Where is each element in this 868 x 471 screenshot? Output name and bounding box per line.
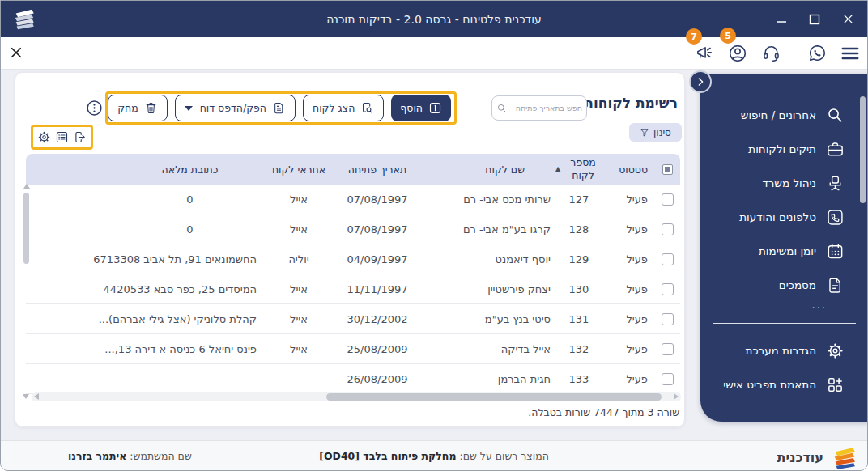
info-button[interactable]: [85, 99, 104, 117]
sidebar-footer-items: הגדרות מערכת התאמת תפריט אישי: [700, 333, 868, 401]
sidebar-item[interactable]: התאמת תפריט אישי: [700, 367, 868, 401]
show-client-button[interactable]: הצג לקוח: [303, 95, 384, 121]
filter-button[interactable]: סינון: [629, 123, 682, 142]
close-view-icon[interactable]: [9, 45, 25, 62]
product-registration-label: המוצר רשום על שם: מחלקת פיתוח בלבד [OD40…: [319, 450, 549, 462]
search-icon: [496, 103, 508, 114]
sidebar-item[interactable]: טלפונים והודעות: [700, 200, 868, 234]
col-number[interactable]: מספר לקוח▲: [555, 156, 602, 181]
announcements-icon[interactable]: [694, 43, 715, 64]
table-row[interactable]: פעיל 131 סיטי בנץ בע"מ 30/12/2002 אייל ק…: [26, 304, 680, 334]
close-window-button[interactable]: [842, 13, 854, 25]
horizontal-scrollbar-thumb[interactable]: [326, 393, 662, 401]
plus-box-icon: [428, 101, 442, 115]
row-checkbox[interactable]: [662, 193, 674, 206]
sidebar-scrollbar[interactable]: [860, 96, 866, 203]
table-status-line: שורה 3 מתוך 7447 שורות בטבלה.: [528, 406, 679, 418]
delete-button[interactable]: מחק: [108, 95, 168, 121]
row-checkbox[interactable]: [662, 313, 674, 325]
title-bar: עודכנית פלטינום - גרסה 2.0 - בדיקות תוכנ…: [1, 1, 867, 37]
sidebar-item[interactable]: יומן ומשימות: [700, 234, 868, 268]
search-input[interactable]: חפש בתאריך פתיחה: [491, 95, 587, 121]
sidebar-item[interactable]: הגדרות מערכת: [700, 333, 868, 367]
col-open-date[interactable]: תאריך פתיחה: [341, 163, 414, 176]
minimize-button[interactable]: [776, 14, 787, 25]
select-all-checkbox[interactable]: [662, 164, 673, 175]
app-logo-icon: [12, 6, 36, 31]
table-row[interactable]: פעיל 130 יצחק פירשטיין 11/11/1997 אייל ה…: [26, 274, 680, 304]
export-icon[interactable]: [73, 130, 87, 144]
toolbar-divider: [794, 43, 794, 64]
vertical-scrollbar-thumb[interactable]: [23, 193, 29, 264]
list-view-icon[interactable]: [55, 130, 69, 144]
add-button[interactable]: הוסף: [391, 95, 451, 121]
page-title: רשימת לקוחות: [584, 95, 678, 111]
doc-search-icon: [360, 101, 374, 115]
actions-highlight-box: הוסף הצג לקוח הפק/הדפס דוח מחק: [105, 91, 457, 125]
scroll-up-arrow[interactable]: [23, 184, 30, 189]
brand-name: עודכנית: [777, 450, 823, 465]
table-body: פעיל 127 שרותי מכס אבי- רם 07/08/1997 אי…: [26, 185, 680, 394]
app-window: עודכנית פלטינום - גרסה 2.0 - בדיקות תוכנ…: [0, 0, 868, 471]
product-name: מחלקת פיתוח בלבד [OD40]: [319, 450, 456, 462]
sidebar-divider: [713, 323, 856, 324]
table-row[interactable]: פעיל 133 חגית הברמן 26/08/2009: [26, 364, 680, 394]
announcements-badge: 7: [686, 28, 702, 45]
table-row[interactable]: פעיל 127 שרותי מכס אבי- רם 07/08/1997 אי…: [26, 185, 680, 214]
horizontal-scrollbar[interactable]: [32, 392, 681, 401]
window-title: עודכנית פלטינום - גרסה 2.0 - בדיקות תוכנ…: [1, 1, 867, 37]
table-row[interactable]: פעיל 128 קרגו בע"מ אבי- רם 07/08/1997 אי…: [26, 214, 680, 244]
row-checkbox[interactable]: [662, 373, 674, 385]
report-button[interactable]: הפק/הדפס דוח: [175, 95, 296, 121]
col-address[interactable]: כתובת מלאה: [123, 163, 257, 176]
table-row[interactable]: פעיל 129 יוסף דיאמנט 04/09/1997 יוליה הח…: [26, 244, 680, 274]
scroll-left-arrow[interactable]: [34, 393, 39, 400]
sidebar-item[interactable]: תיקים ולקוחות: [700, 132, 868, 166]
sidebar-more-dots[interactable]: ···: [700, 302, 868, 320]
user-account-icon[interactable]: [727, 43, 748, 64]
maximize-button[interactable]: [809, 14, 820, 25]
scroll-down-arrow[interactable]: [23, 394, 29, 399]
row-checkbox[interactable]: [662, 253, 674, 265]
brand-logo: עודכנית: [777, 444, 859, 471]
col-name[interactable]: שם לקוח: [414, 163, 555, 176]
user-badge: 5: [720, 28, 736, 44]
trash-icon: [144, 101, 158, 115]
sidebar-menu: אחרונים / חיפוש תיקים ולקוחות ניהול משרד…: [700, 74, 868, 422]
sidebar-items: אחרונים / חיפוש תיקים ולקוחות ניהול משרד…: [700, 98, 868, 302]
row-checkbox[interactable]: [662, 343, 674, 355]
sidebar-collapse-button[interactable]: [689, 70, 712, 93]
brand-layers-icon: [830, 444, 859, 471]
user-name-label: שם המשתמש: איתמר בזרנו: [68, 450, 192, 462]
search-placeholder: חפש בתאריך פתיחה: [510, 104, 582, 112]
clients-list-card: רשימת לקוחות חפש בתאריך פתיחה סינון הוסף…: [15, 72, 685, 427]
sidebar-item[interactable]: אחרונים / חיפוש: [700, 98, 868, 132]
col-status[interactable]: סטטוס: [602, 163, 654, 176]
top-toolbar: [1, 37, 867, 70]
whatsapp-icon[interactable]: [806, 43, 828, 64]
scroll-right-arrow[interactable]: [674, 393, 679, 400]
sidebar-item[interactable]: ניהול משרד: [700, 166, 868, 200]
dropdown-caret-icon: [185, 106, 193, 111]
table-header-row: סטטוס מספר לקוח▲ שם לקוח תאריך פתיחה אחר…: [26, 154, 680, 185]
user-name: איתמר בזרנו: [68, 450, 126, 462]
table-row[interactable]: פעיל 132 אייל בדיקה 25/08/2009 אייל פינס…: [26, 334, 680, 364]
report-doc-icon: [272, 101, 286, 115]
row-checkbox[interactable]: [662, 223, 674, 236]
table-tools-box: [31, 125, 93, 150]
support-headset-icon[interactable]: [760, 43, 781, 64]
col-manager[interactable]: אחראי לקוח: [257, 163, 341, 176]
clients-table: סטטוס מספר לקוח▲ שם לקוח תאריך פתיחה אחר…: [26, 154, 680, 394]
row-checkbox[interactable]: [662, 283, 674, 295]
table-settings-icon[interactable]: [37, 130, 51, 144]
menu-icon[interactable]: [840, 43, 861, 64]
sort-asc-icon: ▲: [555, 165, 560, 173]
funnel-icon: [640, 128, 649, 138]
sidebar-item[interactable]: מסמכים: [700, 268, 868, 302]
bottom-status-bar: שם המשתמש: איתמר בזרנו המוצר רשום על שם:…: [1, 440, 867, 471]
